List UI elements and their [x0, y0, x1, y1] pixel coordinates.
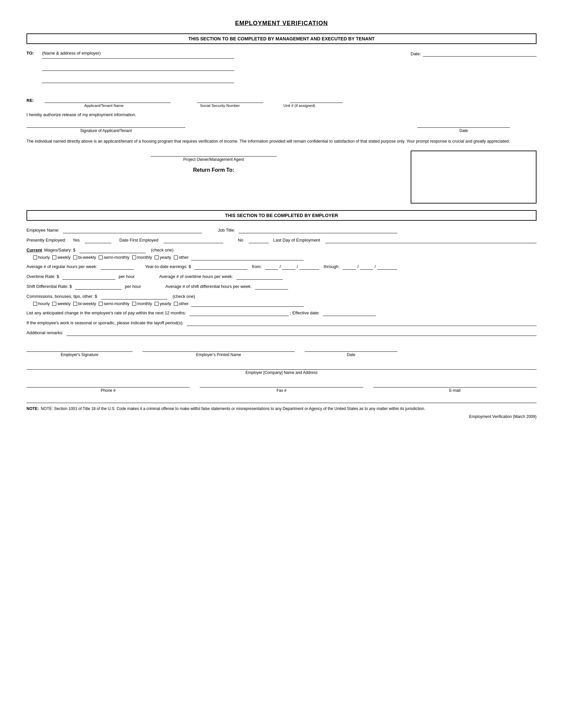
date-field[interactable]	[423, 51, 537, 57]
shift-diff-field[interactable]	[75, 284, 121, 290]
from-label: from:	[252, 264, 262, 269]
list-changes-field[interactable]	[189, 310, 289, 316]
checkbox-label-monthly-wages: monthly	[137, 255, 152, 260]
email-label: E-mail	[449, 388, 460, 393]
project-line[interactable]	[151, 151, 276, 157]
checkbox-biweekly-comm[interactable]: bi-weekly	[73, 301, 96, 306]
through-field-1[interactable]	[343, 264, 356, 270]
note-section: NOTE: NOTE: Section 1001 of Title 18 of …	[26, 403, 537, 419]
signature-line[interactable]	[26, 122, 185, 128]
checkbox-hourly-comm[interactable]: hourly	[33, 301, 50, 306]
page-title: EMPLOYMENT VERIFICATION	[26, 20, 537, 27]
date-label2: Date	[459, 128, 468, 133]
phone-line[interactable]	[26, 382, 190, 387]
re-ssn-field[interactable]	[197, 97, 263, 103]
date-first-employed-label: Date First Employed	[119, 238, 158, 243]
seasonal-field[interactable]	[187, 320, 537, 326]
checkbox-icon-semimonthly-comm	[99, 302, 103, 306]
other-comm-field[interactable]	[191, 301, 304, 307]
applicant-tenant-name-label: Applicant/Tenant Name	[41, 104, 167, 108]
checkbox-icon-other-wages	[174, 255, 178, 259]
checkbox-icon-other-comm	[174, 302, 178, 306]
yes-label: Yes	[72, 238, 79, 243]
wages-salary-field[interactable]	[79, 247, 146, 253]
checkbox-yearly-wages[interactable]: yearly	[155, 255, 171, 260]
through-field-3[interactable]	[377, 264, 397, 270]
signature-label: Signature of Applicant/Tenant	[80, 128, 132, 133]
checkbox-yearly-comm[interactable]: yearly	[155, 301, 171, 306]
checkbox-weekly-comm[interactable]: weekly	[52, 301, 70, 306]
checkbox-icon-monthly-wages	[132, 255, 136, 259]
checkbox-semimonthly-comm[interactable]: semi-monthly	[99, 301, 129, 306]
employee-name-field[interactable]	[63, 227, 202, 233]
effective-date-field[interactable]	[323, 310, 376, 316]
date-sig-line[interactable]	[417, 122, 510, 128]
shift-diff-label: Shift Differential Rate: $	[26, 284, 72, 289]
checkbox-icon-biweekly-comm	[73, 302, 77, 306]
checkbox-label-biweekly-comm: bi-weekly	[78, 301, 96, 306]
re-unit-field[interactable]	[290, 97, 343, 103]
from-field-3[interactable]	[300, 264, 319, 270]
employer-date-line[interactable]	[305, 346, 398, 352]
overtime-rate-field[interactable]	[62, 274, 115, 280]
checkbox-monthly-comm[interactable]: monthly	[132, 301, 152, 306]
no-label: No	[238, 238, 243, 243]
list-changes-label: List any anticipated change in the emplo…	[26, 310, 186, 315]
checkbox-other-wages[interactable]: other	[174, 254, 304, 260]
ytd-field[interactable]	[194, 264, 247, 270]
note-text: NOTE: Section 1001 of Title 18 of the U.…	[41, 406, 425, 411]
job-title-field[interactable]	[238, 227, 398, 233]
wages-salary-label: Wages/Salary: $	[44, 248, 75, 252]
no-field[interactable]	[249, 237, 268, 243]
return-form-label: Return Form To:	[193, 167, 234, 173]
checkbox-label-yearly-wages: yearly	[160, 255, 171, 260]
checkbox-label-hourly-comm: hourly	[38, 301, 50, 306]
checkbox-label-other-wages: other	[179, 255, 189, 260]
fax-line[interactable]	[200, 382, 363, 387]
checkbox-icon-biweekly-wages	[73, 255, 77, 259]
email-line[interactable]	[373, 382, 537, 387]
ytd-earnings-label: Year-to-date earnings: $	[145, 264, 191, 269]
through-field-2[interactable]	[360, 264, 373, 270]
yes-field[interactable]	[85, 237, 111, 243]
from-field-1[interactable]	[265, 264, 278, 270]
description-text: The individual named directly above is a…	[26, 138, 537, 145]
employee-name-label: Employee Name:	[26, 228, 60, 233]
checkbox-icon-hourly-wages	[33, 255, 37, 259]
checkbox-hourly-wages[interactable]: hourly	[33, 255, 50, 260]
commissions-field[interactable]	[101, 294, 167, 299]
avg-shift-field[interactable]	[255, 284, 288, 290]
overtime-rate-label: Overtime Rate: $	[26, 274, 59, 279]
avg-overtime-field[interactable]	[236, 274, 283, 280]
date-label: Date:	[411, 51, 421, 56]
checkbox-other-comm[interactable]: other	[174, 301, 304, 307]
re-name-field[interactable]	[45, 97, 170, 103]
employer-printed-line[interactable]	[142, 346, 295, 352]
avg-hours-field[interactable]	[101, 264, 134, 270]
employer-signature-label: Employer's Signature	[61, 352, 98, 357]
checkbox-semimonthly-wages[interactable]: semi-monthly	[99, 255, 129, 260]
presently-employed-label: Presently Employed:	[26, 238, 66, 243]
to-field-3[interactable]	[42, 83, 234, 83]
checkbox-icon-hourly-comm	[33, 302, 37, 306]
through-slash-2: /	[375, 264, 376, 269]
to-field-1[interactable]	[42, 58, 234, 59]
last-day-field[interactable]	[325, 237, 537, 243]
per-hour-label2: per hour	[125, 284, 141, 289]
phone-label: Phone #	[101, 388, 116, 393]
additional-remarks-field[interactable]	[67, 330, 537, 336]
company-name-line[interactable]	[26, 364, 537, 370]
check-one-label: (check one)	[151, 248, 173, 252]
checkbox-label-weekly-comm: weekly	[57, 301, 70, 306]
other-wages-field[interactable]	[191, 254, 304, 260]
checkbox-weekly-wages[interactable]: weekly	[52, 255, 70, 260]
from-field-2[interactable]	[282, 264, 296, 270]
to-field-2[interactable]	[42, 70, 234, 71]
date-first-employed-field[interactable]	[164, 237, 223, 243]
employer-date-label: Date	[347, 352, 355, 357]
checkbox-monthly-wages[interactable]: monthly	[132, 255, 152, 260]
checkbox-label-biweekly-wages: bi-weekly	[78, 255, 96, 260]
checkbox-biweekly-wages[interactable]: bi-weekly	[73, 255, 96, 260]
employer-sig-line[interactable]	[26, 346, 132, 352]
effective-date-label: ; Effective date:	[290, 310, 320, 315]
